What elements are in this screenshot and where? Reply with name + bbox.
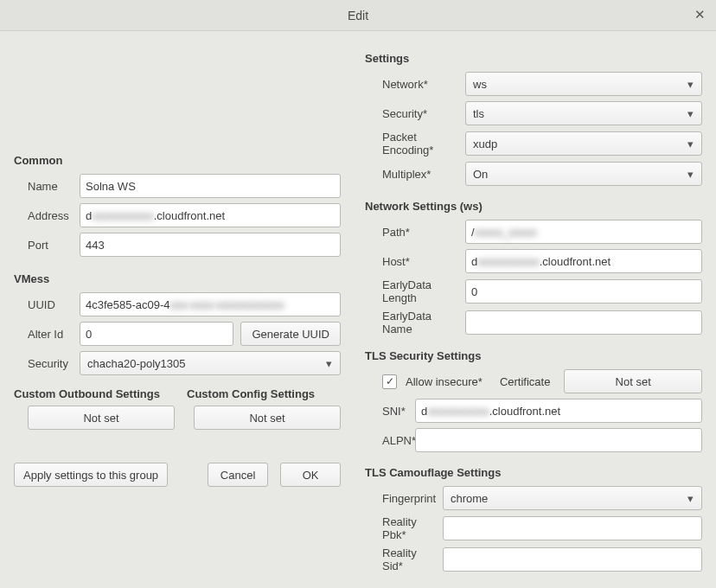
sni-label: SNI* — [365, 405, 410, 418]
tls-heading: TLS Security Settings — [365, 349, 702, 362]
custom-config-heading: Custom Config Settings — [187, 387, 341, 400]
allow-insecure-label: Allow insecure* — [406, 375, 483, 388]
fingerprint-value: chrome — [451, 492, 488, 505]
encoding-select[interactable]: xudp ▾ — [465, 131, 702, 156]
security-select[interactable]: tls ▾ — [465, 101, 702, 125]
right-column: Settings Network* ws ▾ Security* tls ▾ P… — [365, 43, 702, 578]
fingerprint-label: Fingerprint — [365, 492, 438, 505]
sni-suffix: .cloudfront.net — [489, 405, 560, 418]
ws-path-input[interactable]: /xxxxx_xxxxx — [465, 220, 702, 244]
multiplex-select[interactable]: On ▾ — [465, 162, 702, 186]
camo-heading: TLS Camouflage Settings — [365, 466, 702, 479]
common-heading: Common — [14, 154, 341, 167]
address-label: Address — [14, 209, 74, 222]
reality-pbk-label: Reality Pbk* — [365, 515, 438, 541]
uuid-input[interactable]: 4c3fe585-ac09-4xxx-xxxx-xxxxxxxxxxxx — [80, 292, 341, 316]
ws-host-suffix: .cloudfront.net — [540, 255, 611, 268]
ws-host-hidden: xxxxxxxxxxx — [477, 255, 540, 268]
alterid-label: Alter Id — [14, 328, 74, 341]
ws-earlyname-input[interactable] — [465, 310, 702, 335]
allow-insecure-checkbox[interactable]: ✓ — [382, 374, 397, 389]
name-input[interactable] — [80, 174, 341, 198]
port-input[interactable] — [80, 233, 341, 257]
window-title: Edit — [348, 9, 368, 22]
reality-sid-input[interactable] — [443, 547, 702, 572]
custom-outbound-heading: Custom Outbound Settings — [14, 387, 168, 400]
address-hidden: xxxxxxxxxxx — [92, 209, 154, 222]
ok-button[interactable]: OK — [280, 463, 341, 487]
certificate-label: Certificate — [500, 375, 551, 388]
ws-host-input[interactable]: dxxxxxxxxxxx.cloudfront.net — [465, 249, 702, 273]
vmess-security-select[interactable]: chacha20-poly1305 ▾ — [80, 351, 341, 375]
sni-input[interactable]: dxxxxxxxxxxx.cloudfront.net — [415, 399, 702, 423]
uuid-hidden: xxx-xxxx-xxxxxxxxxxxx — [170, 298, 284, 311]
titlebar: Edit ✕ — [0, 0, 716, 31]
security-value: tls — [473, 107, 484, 120]
address-suffix: .cloudfront.net — [154, 209, 225, 222]
settings-heading: Settings — [365, 52, 702, 65]
fingerprint-select[interactable]: chrome ▾ — [443, 486, 702, 510]
generate-uuid-button[interactable]: Generate UUID — [240, 322, 341, 346]
custom-config-button[interactable]: Not set — [194, 406, 341, 430]
vmess-security-label: Security — [14, 357, 74, 370]
network-value: ws — [473, 78, 487, 91]
network-select[interactable]: ws ▾ — [465, 72, 702, 96]
reality-pbk-input[interactable] — [443, 516, 702, 540]
multiplex-label: Multiplex* — [365, 168, 460, 181]
left-column: Common Name Address dxxxxxxxxxxx.cloudfr… — [14, 43, 341, 578]
ws-path-label: Path* — [365, 226, 460, 239]
encoding-label: Packet Encoding* — [365, 131, 460, 157]
ws-earlylen-input[interactable] — [465, 279, 702, 304]
ws-earlyname-label: EarlyData Name — [365, 310, 460, 336]
certificate-button[interactable]: Not set — [564, 369, 702, 393]
encoding-value: xudp — [473, 137, 497, 150]
window-content: Common Name Address dxxxxxxxxxxx.cloudfr… — [0, 31, 716, 588]
security-label: Security* — [365, 107, 460, 120]
chevron-down-icon: ▾ — [684, 107, 696, 120]
apply-group-button[interactable]: Apply settings to this group — [14, 463, 168, 487]
name-label: Name — [14, 180, 74, 193]
reality-sid-label: Reality Sid* — [365, 546, 438, 572]
cancel-button[interactable]: Cancel — [208, 463, 268, 487]
ws-earlylen-label: EarlyData Length — [365, 278, 460, 304]
multiplex-value: On — [473, 168, 488, 181]
ws-path-hidden: xxxxx_xxxxx — [475, 226, 537, 239]
network-label: Network* — [365, 78, 460, 91]
uuid-prefix: 4c3fe585-ac09-4 — [86, 298, 170, 311]
alpn-label: ALPN* — [365, 434, 410, 447]
uuid-label: UUID — [14, 298, 74, 311]
alpn-input[interactable] — [415, 428, 702, 452]
chevron-down-icon: ▾ — [684, 78, 696, 91]
chevron-down-icon: ▾ — [684, 168, 696, 181]
port-label: Port — [14, 239, 74, 252]
close-icon[interactable]: ✕ — [692, 7, 707, 22]
sni-hidden: xxxxxxxxxxx — [427, 405, 489, 418]
alterid-input[interactable] — [80, 322, 233, 346]
chevron-down-icon: ▾ — [684, 492, 696, 505]
address-input[interactable]: dxxxxxxxxxxx.cloudfront.net — [80, 203, 341, 227]
custom-outbound-button[interactable]: Not set — [28, 406, 175, 430]
ws-host-label: Host* — [365, 255, 460, 268]
chevron-down-icon: ▾ — [323, 357, 335, 370]
vmess-security-value: chacha20-poly1305 — [87, 357, 185, 370]
chevron-down-icon: ▾ — [684, 137, 696, 150]
vmess-heading: VMess — [14, 272, 341, 285]
ws-heading: Network Settings (ws) — [365, 200, 702, 213]
